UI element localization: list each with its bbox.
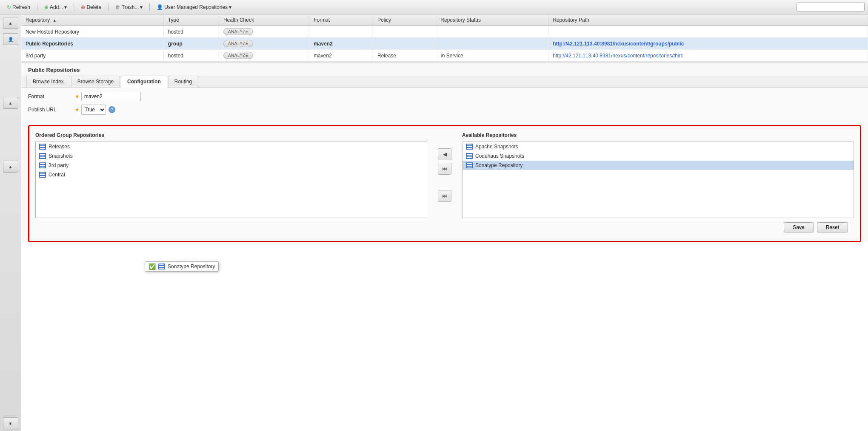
row-format-2: maven2 — [309, 50, 373, 62]
col-format[interactable]: Format — [309, 14, 373, 26]
action-buttons: Save Reset — [35, 218, 854, 235]
repo-icon — [39, 144, 46, 150]
available-repos-title: Available Repositories — [462, 132, 854, 138]
drag-tooltip: ✅ Sonatype Repository — [145, 261, 219, 272]
tab-routing[interactable]: Routing — [168, 76, 198, 87]
ordered-repos-list: Releases Snapshots 3rd party — [35, 142, 427, 218]
analyze-btn-0[interactable]: ANALYZE — [223, 28, 253, 35]
sidebar-scroll-down[interactable]: ▼ — [3, 417, 18, 429]
format-required-star: ★ — [75, 94, 80, 99]
delete-button[interactable]: ⊗ Delete — [77, 3, 105, 11]
tab-configuration[interactable]: Configuration — [121, 76, 167, 88]
repo-path-link-1[interactable]: http://42.121.113.40:8981/nexus/content/… — [553, 41, 684, 47]
group-repos-inner: Ordered Group Repositories Releases Snap… — [35, 132, 854, 218]
separator-3 — [108, 3, 108, 11]
separator-1 — [37, 3, 37, 11]
analyze-btn-1[interactable]: ANALYZE — [223, 40, 253, 47]
row-health-2: ANALYZE — [219, 50, 309, 62]
analyze-btn-2[interactable]: ANALYZE — [223, 52, 253, 59]
publish-url-required-star: ★ — [75, 107, 80, 113]
list-item[interactable]: Sonatype Repository — [463, 161, 854, 170]
toolbar: ↻ Refresh ⊕ Add... ▾ ⊗ Delete 🗑 Trash...… — [0, 0, 868, 14]
row-type-0: hosted — [163, 26, 219, 38]
trash-button[interactable]: 🗑 Trash... ▾ — [112, 3, 146, 11]
row-type-1: group — [163, 38, 219, 50]
repo-icon — [466, 153, 473, 159]
repo-icon — [39, 172, 46, 178]
user-managed-dropdown-icon: ▾ — [229, 4, 231, 10]
user-managed-label: User Managed Repositories — [164, 4, 228, 10]
publish-url-label: Publish URL — [28, 107, 75, 113]
list-item[interactable]: 3rd party — [36, 161, 427, 170]
sidebar-user-btn[interactable]: 👤 — [3, 33, 18, 45]
available-item-1: Codehaus Snapshots — [475, 153, 524, 159]
group-repos-section: Ordered Group Repositories Releases Snap… — [28, 125, 861, 242]
col-repo-status[interactable]: Repository Status — [436, 14, 548, 26]
move-last-button[interactable]: ⏭ — [438, 190, 451, 202]
ordered-item-3: Central — [49, 172, 65, 178]
move-left-button[interactable]: ◀ — [438, 148, 451, 160]
help-icon[interactable]: ? — [108, 106, 115, 113]
col-repo-path[interactable]: Repository Path — [548, 14, 868, 26]
table-row[interactable]: New Hosted Repository hosted ANALYZE — [21, 26, 868, 38]
arrow-buttons-group: ◀ ⏮ ⏭ — [434, 132, 455, 218]
separator-2 — [74, 3, 74, 11]
sidebar-scroll-up-3[interactable]: ▲ — [3, 161, 18, 173]
list-item[interactable]: Codehaus Snapshots — [463, 151, 854, 161]
sidebar-scroll-up-2[interactable]: ▲ — [3, 97, 18, 109]
list-item[interactable]: Snapshots — [36, 151, 427, 161]
table-row[interactable]: Public Repositories group ANALYZE maven2… — [21, 38, 868, 50]
refresh-button[interactable]: ↻ Refresh — [3, 3, 34, 11]
tab-browse-storage[interactable]: Browse Storage — [71, 76, 120, 87]
table-row[interactable]: 3rd party hosted ANALYZE maven2 Release … — [21, 50, 868, 62]
add-button[interactable]: ⊕ Add... ▾ — [41, 3, 70, 11]
row-name-0: New Hosted Repository — [21, 26, 163, 38]
col-repository[interactable]: Repository ▲ — [21, 14, 163, 26]
tab-browse-index[interactable]: Browse Index — [26, 76, 70, 87]
row-path-1: http://42.121.113.40:8981/nexus/content/… — [548, 38, 868, 50]
row-name-1: Public Repositories — [21, 38, 163, 50]
main-container: ▲ 👤 ▲ ▲ ▼ Repository ▲ Type Health Check… — [0, 14, 868, 431]
move-first-button[interactable]: ⏮ — [438, 163, 451, 175]
ordered-repos-panel: Ordered Group Repositories Releases Snap… — [35, 132, 427, 218]
repo-icon — [39, 153, 46, 159]
repo-icon — [158, 264, 165, 269]
publish-url-row: Publish URL ★ True False ? — [28, 105, 861, 115]
repo-icon — [39, 162, 46, 168]
row-type-2: hosted — [163, 50, 219, 62]
col-type[interactable]: Type — [163, 14, 219, 26]
row-status-1 — [436, 38, 548, 50]
tabs-bar: Browse Index Browse Storage Configuratio… — [21, 76, 868, 88]
repo-path-link-2[interactable]: http://42.121.113.40:8981/nexus/content/… — [553, 53, 683, 59]
row-policy-2: Release — [373, 50, 436, 62]
row-health-0: ANALYZE — [219, 26, 309, 38]
search-input[interactable] — [797, 3, 865, 11]
row-format-1: maven2 — [309, 38, 373, 50]
col-policy[interactable]: Policy — [373, 14, 436, 26]
repository-table: Repository ▲ Type Health Check Format Po… — [21, 14, 868, 62]
format-label: Format — [28, 94, 75, 99]
repo-icon — [466, 144, 473, 150]
add-label: Add... — [50, 4, 63, 10]
col-health-check[interactable]: Health Check — [219, 14, 309, 26]
ordered-item-0: Releases — [49, 144, 70, 150]
format-row: Format ★ — [28, 92, 861, 101]
ordered-item-1: Snapshots — [49, 153, 73, 159]
user-managed-button[interactable]: 👤 User Managed Repositories ▾ — [153, 3, 235, 11]
list-item[interactable]: Releases — [36, 142, 427, 151]
add-dropdown-icon: ▾ — [64, 4, 67, 10]
content-area: Repository ▲ Type Health Check Format Po… — [21, 14, 868, 431]
list-item[interactable]: Central — [36, 170, 427, 179]
sort-arrow-repository: ▲ — [53, 18, 57, 23]
publish-url-select[interactable]: True False — [81, 105, 106, 115]
ordered-item-2: 3rd party — [49, 162, 69, 168]
format-input[interactable] — [81, 92, 141, 101]
refresh-label: Refresh — [12, 4, 30, 10]
drag-tooltip-label: Sonatype Repository — [168, 264, 215, 269]
sidebar-scroll-up-1[interactable]: ▲ — [3, 17, 18, 29]
save-button[interactable]: Save — [784, 222, 813, 233]
reset-button[interactable]: Reset — [817, 222, 848, 233]
delete-label: Delete — [86, 4, 101, 10]
row-health-1: ANALYZE — [219, 38, 309, 50]
list-item[interactable]: Apache Snapshots — [463, 142, 854, 151]
